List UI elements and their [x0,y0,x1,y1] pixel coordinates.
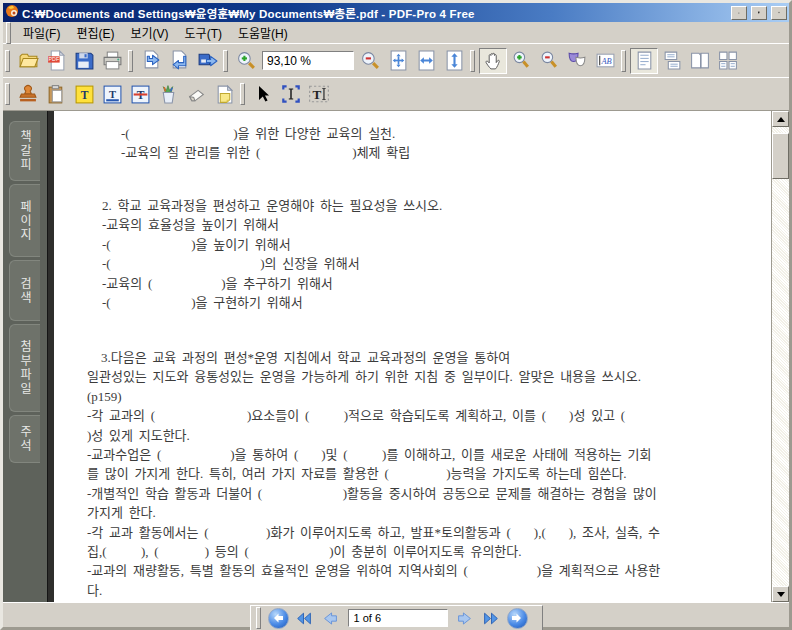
arrow-right-circle-icon [511,612,523,624]
stamp-icon [17,83,39,105]
app-icon [5,4,19,22]
highlight-text-button[interactable]: T [70,81,98,107]
menu-bar: 파일(F) 편집(E) 보기(V) 도구(T) 도움말(H) [3,22,789,43]
eraser-button[interactable] [182,81,210,107]
sidebar-tab-attachments[interactable]: 첨부파일 [9,324,40,412]
sidebar-tab-label: 페이지 [17,200,34,242]
menu-file[interactable]: 파일(F) [15,22,68,43]
double-arrow-right-icon [483,612,500,625]
drawing-tools-button[interactable] [154,81,182,107]
text-edit-button[interactable]: T [305,81,333,107]
next-view-button[interactable] [480,607,504,629]
note-page-icon [214,84,235,105]
underline-icon: T [102,84,123,105]
continuous-view-button[interactable] [658,48,686,74]
zoom-out-button[interactable] [356,48,384,74]
toolbar-grip[interactable] [5,83,10,105]
last-page-button[interactable] [507,608,528,629]
pen-cup-icon [158,84,179,105]
maximize-icon [758,8,760,17]
scroll-up-button[interactable] [772,111,789,127]
save-button[interactable] [70,48,98,74]
svg-text:PDF: PDF [48,56,59,62]
menu-edit[interactable]: 편집(E) [68,22,122,43]
toolbar-grip[interactable] [5,50,10,72]
vertical-scrollbar[interactable] [771,111,789,602]
select-arrow-button[interactable] [249,81,277,107]
text-box-button[interactable] [277,81,305,107]
theater-masks-icon [566,50,588,71]
zoom-out-tool-button[interactable] [535,48,563,74]
open-folder-icon [18,50,39,71]
zoom-in-icon [236,50,257,71]
maximize-button[interactable] [751,6,767,20]
document-line: 3.다음은 교육 과정의 편성*운영 지침에서 학교 교육과정의 운영을 통하여 [101,348,767,367]
facing-view-button[interactable] [686,48,714,74]
document-line: -교과의 재량활동, 특별 활동의 효율적인 운영을 위하여 지역사회의 ( )… [87,561,767,580]
extract-page-button[interactable] [193,48,221,74]
sidebar-tab-search[interactable]: 검색 [9,260,40,321]
menu-grip[interactable] [6,22,11,44]
svg-text:T: T [108,89,115,100]
minimize-icon [738,8,740,17]
reading-mode-button[interactable] [563,48,591,74]
sidebar-tab-pages[interactable]: 페이지 [9,184,40,257]
fit-page-button[interactable] [384,48,412,74]
previous-view-button[interactable] [292,607,316,629]
toolbar-grip[interactable] [223,50,228,72]
scroll-down-button[interactable] [772,586,789,602]
hand-tool-button[interactable] [479,48,507,74]
menu-view[interactable]: 보기(V) [122,22,176,43]
first-page-button[interactable] [268,608,289,629]
print-button[interactable] [98,48,126,74]
document-line: (p159) [87,387,767,406]
hand-icon [483,50,504,71]
zoom-in-button[interactable] [232,48,260,74]
pdf-page-icon: PDF [46,50,67,71]
continuous-facing-view-button[interactable] [714,48,742,74]
toolbar-grip[interactable] [621,50,626,72]
toolbar-grip[interactable] [470,50,475,72]
insert-page-button[interactable] [137,48,165,74]
stamp-button[interactable] [14,81,42,107]
create-pdf-button[interactable]: PDF [42,48,70,74]
select-text-button[interactable]: AB [591,48,619,74]
save-page-arrow-icon [197,50,218,71]
zoom-level-input[interactable] [262,51,354,70]
document-view[interactable]: -( )을 위한 다양한 교육의 실천. -교육의 질 관리를 위한 ( )체제… [47,111,771,602]
strikeout-text-button[interactable]: T [126,81,154,107]
minimize-button[interactable] [731,6,747,20]
navigation-sidebar: 책갈피 페이지 검색 첨부파일 주석 [3,111,47,602]
previous-page-button[interactable] [319,607,343,629]
pdf-page: -( )을 위한 다양한 교육의 실천. -교육의 질 관리를 위한 ( )체제… [54,111,771,602]
page-return-arrow-icon [169,50,190,71]
menu-help[interactable]: 도움말(H) [230,22,296,43]
sticky-note-button[interactable] [210,81,238,107]
toolbar-grip[interactable] [128,50,133,72]
single-page-view-button[interactable] [630,48,658,74]
sidebar-tab-bookmarks[interactable]: 책갈피 [9,121,40,181]
underline-text-button[interactable]: T [98,81,126,107]
menu-tools[interactable]: 도구(T) [177,22,230,43]
paste-button[interactable] [42,81,70,107]
page-arrow-icon [141,50,162,71]
printer-icon [102,50,123,71]
floppy-disk-icon [74,50,95,71]
document-line: -( )을 위한 다양한 교육의 실천. [121,124,767,143]
fit-width-button[interactable] [412,48,440,74]
page-number-input[interactable] [348,609,448,627]
replace-page-button[interactable] [165,48,193,74]
document-line: 를 많이 가지게 한다. 특히, 여러 가지 자료를 활용한 ( )능력을 가지… [87,464,767,483]
zoom-in-tool-button[interactable] [507,48,535,74]
next-page-button[interactable] [453,607,477,629]
block-arrow-right-icon [457,612,472,625]
sidebar-tab-annotations[interactable]: 주석 [9,415,40,463]
scrollbar-thumb[interactable] [772,133,789,179]
content-area: 책갈피 페이지 검색 첨부파일 주석 -( )을 위한 다양한 교육의 실천. … [3,111,789,602]
fit-height-button[interactable] [440,48,468,74]
nav-grip[interactable] [256,607,261,629]
document-line: -교과수업은 ( )을 통하여 ( )및 ( )를 이해하고, 이를 새로운 사… [87,445,767,464]
close-button[interactable] [771,6,787,20]
toolbar-grip[interactable] [240,83,245,105]
open-file-button[interactable] [14,48,42,74]
